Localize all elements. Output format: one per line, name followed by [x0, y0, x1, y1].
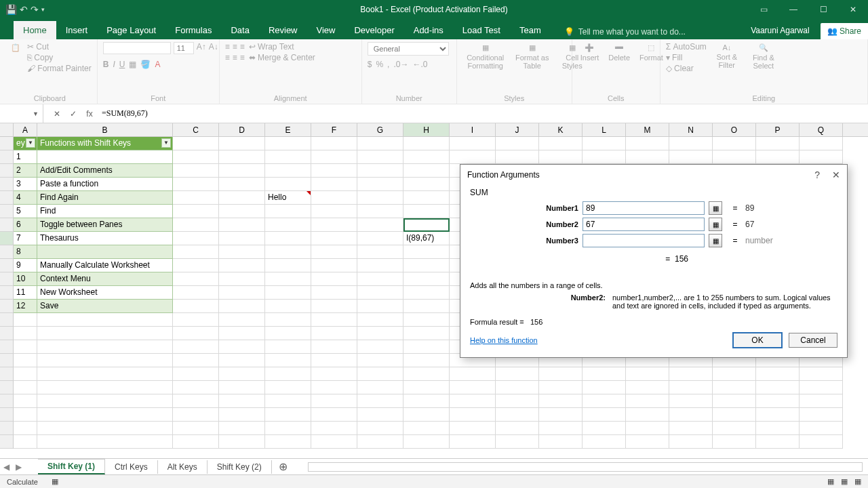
cell[interactable]	[173, 300, 219, 313]
cell[interactable]	[583, 422, 626, 435]
cell[interactable]	[311, 381, 357, 394]
cell[interactable]	[403, 191, 450, 205]
cell[interactable]	[219, 340, 265, 354]
cell[interactable]	[219, 232, 265, 245]
cell[interactable]	[713, 435, 756, 449]
cell[interactable]	[265, 394, 311, 408]
table-cell[interactable]: 1	[14, 150, 37, 164]
cell[interactable]	[756, 137, 800, 150]
cell[interactable]	[669, 422, 713, 435]
cell[interactable]	[357, 272, 403, 286]
cell[interactable]	[403, 218, 450, 232]
cell[interactable]	[14, 408, 37, 422]
cell[interactable]	[403, 178, 450, 191]
cell[interactable]	[583, 394, 626, 408]
cell[interactable]	[219, 408, 265, 422]
cell[interactable]	[311, 272, 357, 286]
cell[interactable]	[311, 422, 357, 435]
cell[interactable]	[357, 178, 403, 191]
row-header[interactable]	[0, 381, 14, 394]
cell[interactable]	[800, 394, 843, 408]
cell[interactable]	[539, 150, 583, 164]
cell[interactable]	[539, 394, 583, 408]
cell[interactable]	[496, 422, 539, 435]
table-cell[interactable]: Context Menu	[37, 272, 173, 286]
col-header-n[interactable]: N	[669, 123, 713, 136]
cell[interactable]	[357, 137, 403, 150]
tab-page-layout[interactable]: Page Layout	[97, 21, 165, 39]
cell[interactable]	[173, 191, 219, 205]
cell[interactable]	[311, 191, 357, 205]
cell[interactable]: Hello	[265, 191, 311, 205]
cell[interactable]	[173, 422, 219, 435]
increase-decimal-icon[interactable]: .0→	[393, 60, 408, 69]
cell[interactable]	[357, 259, 403, 272]
cell[interactable]	[496, 394, 539, 408]
cell[interactable]	[756, 435, 800, 449]
cell[interactable]	[800, 150, 843, 164]
row-header[interactable]	[0, 367, 14, 381]
table-cell[interactable]: New Worksheet	[37, 286, 173, 300]
cell[interactable]	[800, 422, 843, 435]
table-header-b[interactable]: Functions with Shift Keys▼	[37, 137, 173, 150]
arg2-input[interactable]	[583, 218, 705, 231]
cell[interactable]	[539, 381, 583, 394]
cell[interactable]	[37, 435, 173, 449]
cell[interactable]	[626, 381, 669, 394]
cell[interactable]	[311, 245, 357, 259]
cell[interactable]	[265, 435, 311, 449]
new-sheet-button[interactable]: ⊕	[272, 460, 294, 473]
cell[interactable]	[265, 340, 311, 354]
wrap-text-button[interactable]: ↩ Wrap Text	[249, 42, 315, 52]
cell[interactable]	[496, 137, 539, 150]
cell[interactable]	[219, 327, 265, 340]
table-cell[interactable]: 10	[14, 272, 37, 286]
cell[interactable]	[357, 205, 403, 218]
cell[interactable]	[219, 367, 265, 381]
cancel-formula-button[interactable]: ✕	[49, 109, 65, 119]
cell[interactable]	[357, 381, 403, 394]
cell[interactable]	[219, 394, 265, 408]
row-header[interactable]	[0, 422, 14, 435]
cell[interactable]	[173, 367, 219, 381]
cell[interactable]	[626, 150, 669, 164]
col-header-p[interactable]: P	[756, 123, 800, 136]
filter-dropdown-icon[interactable]: ▼	[161, 138, 171, 148]
cell[interactable]	[265, 408, 311, 422]
cell[interactable]	[496, 367, 539, 381]
cell[interactable]	[357, 164, 403, 178]
cell[interactable]	[357, 245, 403, 259]
cell[interactable]	[311, 300, 357, 313]
cell[interactable]	[219, 191, 265, 205]
cell[interactable]	[14, 313, 37, 327]
name-box[interactable]: ▼	[0, 104, 43, 123]
fill-color-button[interactable]: 🪣	[140, 60, 151, 69]
cell[interactable]	[311, 178, 357, 191]
cell[interactable]	[626, 394, 669, 408]
table-cell[interactable]: Save	[37, 300, 173, 313]
sheet-nav-prev[interactable]: ◀	[0, 462, 12, 472]
cell[interactable]	[265, 205, 311, 218]
minimize-icon[interactable]: —	[778, 0, 808, 19]
cell[interactable]	[626, 137, 669, 150]
tab-add-ins[interactable]: Add-ins	[404, 21, 453, 39]
cell[interactable]	[450, 435, 496, 449]
table-cell[interactable]: Thesaurus	[37, 232, 173, 245]
cell[interactable]	[14, 435, 37, 449]
cell[interactable]	[265, 313, 311, 327]
cell[interactable]	[173, 354, 219, 367]
cell[interactable]	[219, 435, 265, 449]
insert-cells-button[interactable]: ➕Insert	[578, 42, 602, 63]
cell[interactable]	[713, 367, 756, 381]
row-header[interactable]	[0, 327, 14, 340]
col-header-d[interactable]: D	[219, 123, 265, 136]
col-header-f[interactable]: F	[311, 123, 357, 136]
number-format-select[interactable]: General	[368, 42, 449, 56]
cell[interactable]	[265, 381, 311, 394]
table-cell[interactable]: Add/Edit Comments	[37, 164, 173, 178]
cell[interactable]	[496, 408, 539, 422]
cell[interactable]	[37, 313, 173, 327]
format-as-table-button[interactable]: ▦Format as Table	[513, 42, 552, 71]
cell[interactable]	[450, 367, 496, 381]
percent-icon[interactable]: %	[376, 60, 383, 69]
